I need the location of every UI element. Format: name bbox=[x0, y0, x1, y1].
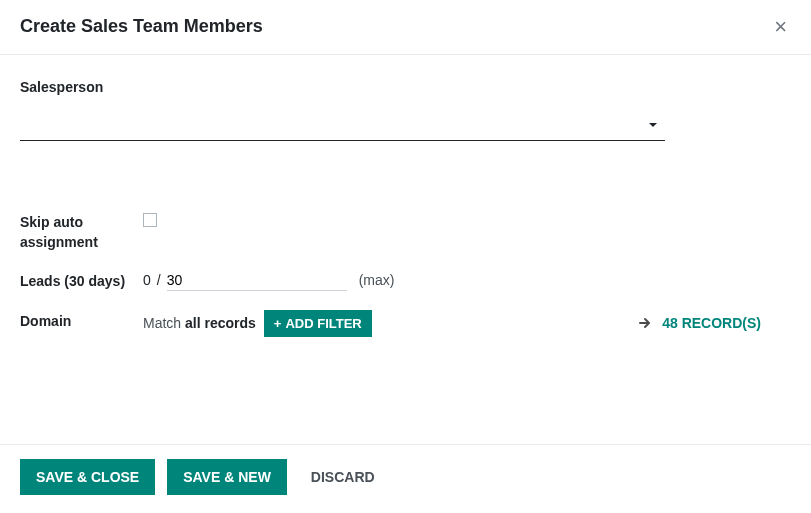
close-icon: × bbox=[774, 14, 787, 39]
save-close-button[interactable]: SAVE & CLOSE bbox=[20, 459, 155, 495]
leads-max-input[interactable] bbox=[167, 270, 347, 291]
leads-30-days-label: Leads (30 days) bbox=[20, 270, 143, 292]
domain-left: Match all records + ADD FILTER bbox=[143, 310, 372, 337]
salesperson-label: Salesperson bbox=[20, 79, 791, 95]
save-new-button[interactable]: SAVE & NEW bbox=[167, 459, 287, 495]
field-domain: Domain Match all records + ADD FILTER 48… bbox=[20, 310, 791, 337]
field-skip-auto-assignment: Skip auto assignment bbox=[20, 211, 791, 252]
dialog-body: Salesperson Skip auto assignment Leads (… bbox=[0, 55, 811, 379]
leads-max-suffix: (max) bbox=[359, 272, 395, 288]
plus-icon: + bbox=[274, 316, 282, 331]
domain-match-bold: all records bbox=[185, 315, 256, 331]
field-leads-30-days: Leads (30 days) 0 / (max) bbox=[20, 270, 791, 292]
leads-current-value: 0 bbox=[143, 272, 151, 288]
record-count-link[interactable]: 48 RECORD(S) bbox=[662, 315, 761, 331]
domain-match-text: Match all records bbox=[143, 315, 256, 331]
caret-down-icon bbox=[647, 119, 659, 131]
domain-label: Domain bbox=[20, 310, 143, 332]
dialog-header: Create Sales Team Members × bbox=[0, 0, 811, 55]
field-salesperson: Salesperson bbox=[20, 79, 791, 141]
leads-input-group: 0 / (max) bbox=[143, 270, 394, 291]
domain-right: 48 RECORD(S) bbox=[638, 315, 791, 331]
salesperson-select[interactable] bbox=[20, 113, 665, 141]
skip-auto-assignment-checkbox[interactable] bbox=[143, 213, 157, 227]
leads-separator: / bbox=[157, 272, 161, 288]
dialog-footer: SAVE & CLOSE SAVE & NEW DISCARD bbox=[0, 444, 811, 513]
add-filter-button[interactable]: + ADD FILTER bbox=[264, 310, 372, 337]
discard-button[interactable]: DISCARD bbox=[299, 459, 387, 495]
dialog-title: Create Sales Team Members bbox=[20, 16, 263, 37]
skip-auto-assignment-label: Skip auto assignment bbox=[20, 211, 143, 252]
close-button[interactable]: × bbox=[770, 16, 791, 38]
domain-match-prefix: Match bbox=[143, 315, 185, 331]
arrow-right-icon bbox=[638, 316, 652, 330]
add-filter-label: ADD FILTER bbox=[285, 316, 361, 331]
